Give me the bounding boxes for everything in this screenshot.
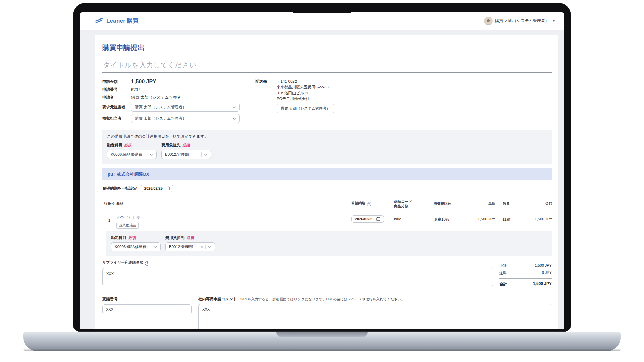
comment-label: 社内専用申請コメント — [198, 297, 237, 301]
laptop-base — [23, 332, 621, 351]
accounting-panel: この購買申請全体の会計連携項目を一括で設定できます。 勘定科目必須 K0006:… — [102, 130, 552, 164]
page-background: 購買申請提出 申請金額 1,500 JPY 申請番号 — [80, 30, 564, 329]
row-amount: 1,500 JPY — [518, 215, 552, 221]
row-date-input[interactable]: 2026/02/25 — [351, 215, 384, 223]
chevron-down-icon — [154, 246, 157, 248]
info-icon[interactable]: ? — [145, 261, 149, 266]
header-line-no: 行番号 — [102, 201, 116, 206]
app-logo-text: Leaner 購買 — [106, 17, 139, 25]
required-badge: 必須 — [187, 236, 194, 240]
items-table-header: 行番号 商品 希望納期? 商品コード商品分類 消費税区分 単価 数量 金額 — [102, 196, 552, 212]
laptop-mockup: Leaner 購買 購買 太郎（システム管理者） — [0, 0, 644, 362]
row-account-label: 勘定科目 — [111, 236, 126, 240]
calendar-icon — [166, 186, 170, 190]
bulk-date-input[interactable]: 2026/02/25 — [141, 185, 173, 192]
laptop-screen: Leaner 購買 購買 太郎（システム管理者） — [80, 12, 564, 329]
account-title-select[interactable]: K0006:備品修繕費 — [107, 150, 157, 159]
recommended-badge: 企業推奨品 — [116, 222, 139, 229]
inspector-select[interactable]: 購買 太郎（システム管理者） — [131, 114, 240, 123]
bulk-date-row: 希望納期を一括設定 2026/02/25 — [102, 185, 552, 192]
total-value: 1,500 JPY — [533, 281, 552, 287]
account-title-label: 勘定科目 — [107, 143, 122, 147]
row-tax-type: 課税10% — [434, 215, 465, 222]
shipping-recipient-chip[interactable]: 購買 太郎（システム管理者） — [277, 104, 334, 113]
inspector-label: 検収担当者 — [102, 116, 131, 121]
requester-label: 要求元担当者 — [102, 105, 131, 110]
supplier-note-label: サプライヤー宛連絡事項 — [102, 260, 143, 264]
app-window: Leaner 購買 購買 太郎（システム管理者） — [80, 12, 564, 329]
applicant-label: 申請者 — [102, 95, 131, 100]
requester-select[interactable]: 購買 太郎（システム管理者） — [131, 103, 240, 112]
user-menu[interactable]: 購買 太郎（システム管理者） — [484, 17, 555, 25]
note-and-totals: サプライヤー宛連絡事項? XXX 小計1,500 JPY 送料0 JPY 合計1… — [102, 260, 552, 288]
row-unit-price: 1,500 JPY — [465, 215, 495, 221]
summary-section: 申請金額 1,500 JPY 申請番号 6207 申請者 購買 太郎（システム管… — [102, 79, 552, 125]
total-label: 合計 — [499, 281, 507, 287]
header-amount: 金額 — [518, 201, 552, 206]
applicant-value: 購買 太郎（システム管理者） — [131, 95, 185, 100]
app-logo[interactable]: Leaner 購買 — [95, 17, 139, 25]
chevron-down-icon — [552, 20, 555, 22]
row-cost-label: 費用負担先 — [165, 236, 185, 240]
required-badge: 必須 — [183, 143, 190, 147]
subtotal-label: 小計 — [499, 263, 507, 268]
header-quantity: 数量 — [495, 201, 518, 206]
items-table: 行番号 商品 希望納期? 商品コード商品分類 消費税区分 単価 数量 金額 1 — [102, 196, 552, 288]
table-row: 1 青色ゴム手袋 企業推奨品 2026/02/25 — [102, 212, 552, 231]
cost-center-select[interactable]: B0012:管理部 — [161, 150, 211, 159]
chevron-down-icon — [150, 154, 153, 156]
product-link[interactable]: 青色ゴム手袋 — [116, 216, 140, 220]
subtotal-value: 1,500 JPY — [535, 263, 552, 268]
chevron-down-icon — [233, 118, 236, 120]
laptop-thumb-scoop — [276, 332, 368, 337]
amount-value: 1,500 JPY — [131, 79, 156, 85]
clear-icon[interactable]: × — [146, 245, 149, 249]
app-header: Leaner 購買 購買 太郎（システム管理者） — [80, 12, 564, 30]
chevron-down-icon — [204, 154, 207, 156]
shipping-label: 配送先 — [255, 79, 277, 125]
header-code-category: 商品コード商品分類 — [394, 199, 434, 208]
laptop-base-edge — [23, 349, 621, 351]
row-cost-select[interactable]: B0012:管理部 × — [165, 242, 215, 251]
leaner-logo-icon — [95, 17, 104, 25]
header-unit-price: 単価 — [465, 201, 495, 206]
amount-label: 申請金額 — [102, 79, 131, 84]
header-tax-type: 消費税区分 — [434, 201, 465, 206]
totals-box: 小計1,500 JPY 送料0 JPY 合計1,500 JPY — [499, 260, 552, 288]
row-account-select[interactable]: K0006:備品修繕費 × — [111, 242, 161, 251]
purchase-request-form: 購買申請提出 申請金額 1,500 JPY 申請番号 — [95, 35, 558, 329]
supplier-note-textarea[interactable]: XXX — [102, 268, 493, 286]
required-badge: 必須 — [128, 236, 136, 240]
row-accounting-panel: 勘定科目必須 K0006:備品修繕費 × 費用負担先必須 — [106, 231, 552, 256]
shipping-postal: 〒141-0022 — [277, 79, 334, 84]
ringi-input[interactable] — [102, 304, 192, 314]
clear-icon[interactable]: × — [201, 245, 203, 249]
row-line-no: 1 — [102, 215, 116, 222]
shipping-company: POデモ用株式会社 — [277, 96, 334, 102]
ringi-label: 稟議番号 — [102, 297, 118, 301]
user-avatar — [484, 17, 493, 25]
bulk-date-label: 希望納期を一括設定 — [102, 186, 137, 191]
cost-center-label: 費用負担先 — [161, 143, 181, 147]
shipping-address: 東京都品川区東五反田5-22-33 — [277, 84, 334, 90]
request-number-value: 6207 — [131, 87, 140, 92]
required-badge: 必須 — [124, 143, 132, 147]
shipping-building: ＴＫ池田山ビル 2F — [277, 90, 334, 96]
accounting-description: この購買申請全体の会計連携項目を一括で設定できます。 — [107, 134, 548, 139]
header-product: 商品 — [116, 201, 351, 206]
laptop-notch — [291, 3, 353, 13]
comment-hint: URLを入力すると、詳細画面ではリンクになります。URLの後にはスペースや改行を… — [240, 297, 405, 301]
row-quantity: 11箱 — [495, 215, 518, 222]
shipping-fee-value: 0 JPY — [542, 270, 552, 276]
request-title-input[interactable] — [102, 60, 552, 73]
comment-textarea[interactable]: XXX — [198, 304, 552, 329]
user-name: 購買 太郎（システム管理者） — [495, 18, 549, 24]
row-product-code: blue — [394, 215, 434, 221]
chevron-down-icon — [208, 246, 211, 248]
supplier-bar: pu : 株式会社調達DX — [102, 168, 552, 180]
request-number-label: 申請番号 — [102, 87, 131, 92]
help-icon[interactable]: ? — [367, 202, 371, 206]
request-extra-fields: 稟議番号 社内専用申請コメントURLを入力すると、詳細画面ではリンクになります。… — [102, 297, 552, 329]
shipping-fee-label: 送料 — [499, 270, 507, 276]
laptop-screen-bezel: Leaner 購買 購買 太郎（システム管理者） — [73, 3, 571, 332]
